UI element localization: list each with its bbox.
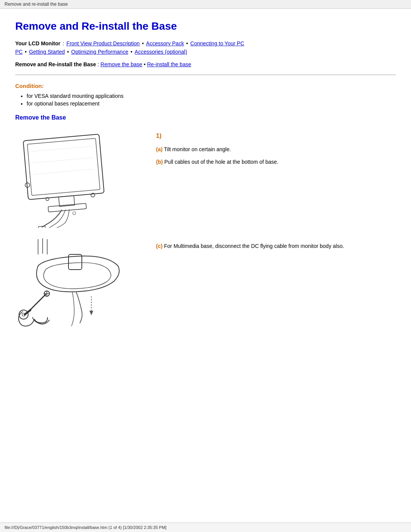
condition-title: Condition: (15, 83, 396, 89)
svg-line-16 (29, 294, 46, 312)
svg-text:G: G (22, 312, 25, 318)
link-connecting[interactable]: Connecting to Your PC (190, 40, 244, 46)
instructions-area: G 1) (a) Tilt monitor on certain angle. … (15, 129, 396, 342)
breadcrumb-bullet-2: • (186, 40, 190, 46)
section-nav-sep: : (97, 61, 100, 67)
breadcrumb-bullet-3: • (25, 49, 28, 55)
breadcrumb-bullet-5: • (131, 49, 134, 55)
section-nav: Remove and Re-install the Base : Remove … (15, 60, 396, 69)
svg-point-11 (73, 212, 76, 215)
status-bar-text: file:///D|/Grace/03771/english/150b3mq/i… (5, 525, 166, 530)
breadcrumb-sep-1: : (63, 40, 66, 46)
page-content: Remove and Re-install the Base Your LCD … (0, 9, 411, 365)
step-c-letter: (c) (156, 243, 162, 249)
steps-area: 1) (a) Tilt monitor on certain angle. (b… (156, 129, 396, 342)
step-a: (a) Tilt monitor on certain angle. (156, 145, 396, 153)
step-a-letter: (a) (156, 146, 162, 152)
step-b: (b) Pull cables out of the hole at the b… (156, 158, 396, 166)
base-removal-diagram: G (15, 235, 137, 342)
link-remove-base[interactable]: Remove the base (100, 61, 142, 67)
svg-rect-8 (48, 203, 86, 212)
breadcrumb-prefix: Your LCD Monitor (15, 40, 61, 46)
link-accessory-pack[interactable]: Accessory Pack (146, 40, 184, 46)
link-pc[interactable]: PC (15, 49, 22, 55)
remove-base-title: Remove the Base (15, 114, 396, 121)
svg-rect-0 (23, 134, 104, 200)
breadcrumb-bullet-4: • (67, 49, 70, 55)
step-b-letter: (b) (156, 159, 163, 165)
step-c-text: For Multimedia base, disconnect the DC f… (164, 243, 344, 249)
svg-line-2 (32, 146, 92, 152)
condition-list: for VESA standard mounting applications … (27, 93, 396, 107)
condition-item-1: for VESA standard mounting applications (27, 93, 396, 99)
step-b-text: Pull cables out of the hole at the botto… (164, 159, 279, 165)
link-optimizing[interactable]: Optimizing Performance (71, 49, 128, 55)
monitor-diagram (15, 129, 137, 228)
svg-line-3 (33, 158, 93, 163)
section-nav-prefix: Remove and Re-install the Base (15, 61, 96, 67)
link-accessories[interactable]: Accessories (optional) (135, 49, 187, 55)
svg-marker-22 (89, 311, 93, 315)
browser-tab-label: Remove and re-install the base (5, 2, 68, 7)
browser-tab: Remove and re-install the base (0, 0, 411, 9)
link-reinstall-base[interactable]: Re-install the base (147, 61, 191, 67)
section-nav-bullet: • (144, 61, 147, 67)
breadcrumb-bullet-1: • (142, 40, 145, 46)
svg-line-4 (34, 169, 94, 174)
step-c: (c) For Multimedia base, disconnect the … (156, 242, 396, 250)
step-number: 1) (156, 133, 396, 139)
link-front-view[interactable]: Front View Product Description (66, 40, 140, 46)
status-bar: file:///D|/Grace/03771/english/150b3mq/i… (0, 522, 411, 532)
step-a-text: Tilt monitor on certain angle. (164, 146, 231, 152)
breadcrumb: Your LCD Monitor : Front View Product De… (15, 39, 396, 56)
svg-rect-1 (27, 138, 100, 195)
diagram-area: G (15, 129, 145, 342)
link-getting-started[interactable]: Getting Started (29, 49, 65, 55)
condition-item-2: for optional bases replacement (27, 101, 396, 107)
divider (15, 75, 396, 75)
page-title: Remove and Re-install the Base (15, 20, 396, 32)
